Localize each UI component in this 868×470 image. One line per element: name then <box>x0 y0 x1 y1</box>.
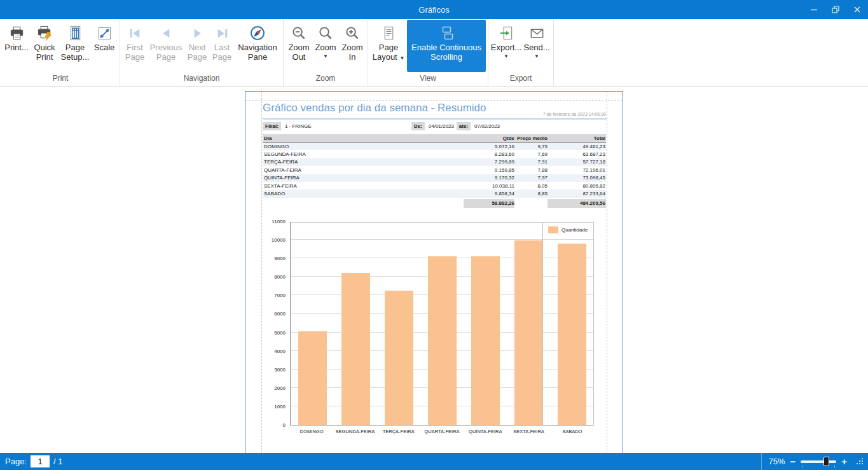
first-page-button[interactable]: First Page <box>122 20 148 72</box>
button-label: Zoom Out <box>287 43 310 62</box>
zoom-percent: 75% <box>768 457 785 466</box>
table-row: SEGUNDA-FEIRA8.283,607,6963.687,23 <box>263 150 606 158</box>
y-tick-label: 7000 <box>263 293 286 298</box>
next-page-icon <box>189 23 206 43</box>
button-label: Previous Page <box>149 43 183 62</box>
zoom-slider[interactable] <box>801 460 836 463</box>
table-row: SABADO9.858,348,8587.233,64 <box>263 190 606 197</box>
column-header-qtde: Qtde <box>464 135 514 141</box>
page-margin-top <box>245 100 623 101</box>
zoom-out-slider-button[interactable]: − <box>790 457 796 466</box>
quick-print-button[interactable]: Quick Print <box>30 20 59 72</box>
close-button[interactable] <box>846 0 868 19</box>
statusbar-separator <box>761 453 762 470</box>
preview-area[interactable]: Gráfico vendas por dia da semana - Resum… <box>0 87 868 453</box>
scale-button[interactable]: Scale <box>91 20 118 72</box>
x-tick-label: SABADO <box>551 429 594 434</box>
button-label: Page Setup... <box>61 43 90 62</box>
button-label: Zoom <box>315 43 336 53</box>
legend-swatch <box>548 226 558 233</box>
button-label: First Page <box>124 43 146 62</box>
ribbon-group-view: Page Layout ▼ Enable Continuous Scrollin… <box>368 19 488 86</box>
y-tick-label: 6000 <box>263 312 286 317</box>
date-from-value: 04/01/2023 <box>425 122 457 130</box>
minimize-button[interactable] <box>803 0 825 19</box>
previous-page-icon <box>158 23 175 43</box>
zoom-in-icon <box>344 23 361 43</box>
navigation-pane-button[interactable]: Navigation Pane <box>234 20 281 72</box>
x-tick-label: DOMINGO <box>290 429 333 434</box>
button-label: Page Layout ▼ <box>372 43 405 62</box>
total-qtde: 58.882,26 <box>464 199 514 208</box>
last-page-button[interactable]: Last Page <box>210 20 234 72</box>
restore-button[interactable] <box>825 0 846 19</box>
page-label: Page: <box>5 457 27 466</box>
button-label: Send... <box>523 43 549 53</box>
report-timestamp: 7 de fevereiro de 2023 14:05:30 <box>543 112 606 116</box>
dropdown-caret-icon: ▼ <box>323 54 328 59</box>
export-icon <box>498 23 515 43</box>
y-tick-label: 9000 <box>263 256 286 261</box>
zoom-out-icon <box>291 23 308 43</box>
button-label: Next Page <box>186 43 208 62</box>
page-number-input[interactable] <box>31 455 50 467</box>
ribbon-group-label-view: View <box>370 72 486 86</box>
scale-icon <box>96 23 113 43</box>
legend-label: Quantidade <box>561 227 588 233</box>
date-to-label: até: <box>457 122 471 130</box>
button-label: Enable Continuous Scrolling <box>409 43 484 62</box>
y-tick-label: 2000 <box>263 386 286 391</box>
print-button[interactable]: Print... <box>3 20 30 72</box>
y-tick-label: 4000 <box>263 349 286 354</box>
zoom-in-button[interactable]: Zoom In <box>339 20 366 72</box>
dropdown-caret-icon: ▼ <box>504 54 509 59</box>
dropdown-caret-icon: ▼ <box>534 54 539 59</box>
ribbon-group-navigation: First Page Previous Page Next Page <box>120 19 284 86</box>
bar <box>385 291 413 425</box>
close-icon <box>852 4 862 15</box>
x-tick-label: QUINTA-FEIRA <box>464 429 507 434</box>
quick-print-icon <box>36 23 53 43</box>
zoom-in-slider-button[interactable]: + <box>841 457 847 466</box>
column-header-total: Total <box>548 135 606 141</box>
report-filters: Filial: 1 - FRINGE De: 04/01/2023 até: 0… <box>263 122 607 130</box>
button-label: Export... <box>491 43 521 53</box>
page-layout-icon <box>380 23 397 43</box>
report-table: Dia Qtde Preço médio Total DOMINGO5.072,… <box>263 134 606 208</box>
bars-container <box>291 223 593 425</box>
x-tick-label: QUARTA-FEIRA <box>420 429 464 434</box>
table-row: QUINTA-FEIRA9.170,327,9773.098,45 <box>263 174 606 182</box>
send-button[interactable]: Send... ▼ <box>522 20 551 72</box>
navigation-pane-icon <box>249 23 266 43</box>
button-label: Navigation Pane <box>236 43 279 62</box>
bar <box>558 244 586 425</box>
window-controls <box>803 0 868 19</box>
button-label: Zoom In <box>341 43 364 62</box>
zoom-icon <box>317 23 334 43</box>
export-button[interactable]: Export... ▼ <box>490 20 522 72</box>
table-totals-row: 58.882,26 484.209,56 <box>263 199 606 208</box>
y-tick-label: 8000 <box>263 275 286 280</box>
x-tick-label: SEXTA-FEIRA <box>507 429 551 434</box>
y-tick-label: 1000 <box>263 404 286 410</box>
table-row: QUARTA-FEIRA9.159,857,8872.196,01 <box>263 166 606 174</box>
sales-bar-chart: 0100020003000400050006000700080009000100… <box>263 222 594 442</box>
ribbon-toolbar: Print... Quick Print <box>0 19 868 86</box>
page-setup-button[interactable]: Page Setup... <box>59 20 91 72</box>
page-setup-icon <box>67 23 84 43</box>
zoom-out-button[interactable]: Zoom Out <box>286 20 312 72</box>
ribbon-group-label-export: Export <box>490 72 551 86</box>
report-header: Gráfico vendas por dia da semana - Resum… <box>263 102 607 120</box>
page-layout-button[interactable]: Page Layout ▼ <box>370 20 407 72</box>
table-row: TERÇA-FEIRA7.299,897,9157.727,18 <box>263 158 606 166</box>
y-tick-label: 11000 <box>263 219 286 225</box>
enable-continuous-scrolling-button[interactable]: Enable Continuous Scrolling <box>407 20 486 72</box>
previous-page-button[interactable]: Previous Page <box>148 20 184 72</box>
zoom-slider-handle[interactable] <box>823 457 829 466</box>
next-page-button[interactable]: Next Page <box>184 20 210 72</box>
table-row: DOMINGO5.072,169,7549.461,23 <box>263 142 606 150</box>
resize-grip-icon[interactable] <box>856 457 864 466</box>
zoom-dropdown-button[interactable]: Zoom ▼ <box>312 20 339 72</box>
last-page-icon <box>214 23 231 43</box>
title-bar: Gráficos <box>0 0 868 19</box>
